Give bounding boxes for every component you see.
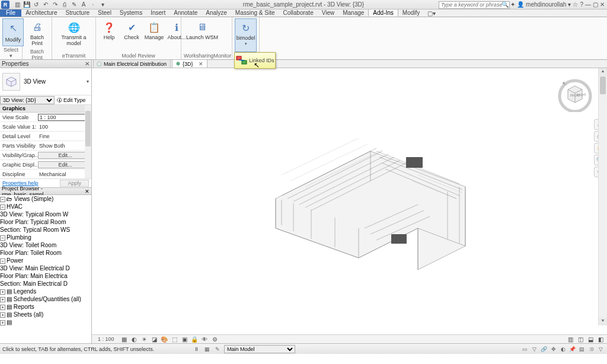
tree-item[interactable]: Section: Main Electrical D xyxy=(0,280,91,288)
qat-more-icon[interactable]: ▾ xyxy=(98,1,107,9)
properties-scroll-thumb[interactable] xyxy=(85,111,91,146)
status-editable-icon[interactable]: ✎ xyxy=(213,345,222,353)
tree-sheets[interactable]: +▤ Sheets (all) xyxy=(0,311,91,318)
status-face-icon[interactable]: ◐ xyxy=(559,345,567,353)
row-view-scale[interactable]: View Scale1 : 100 xyxy=(0,113,91,122)
qat-measure-icon[interactable]: ✎ xyxy=(70,1,78,9)
help-button[interactable]: ❓Help xyxy=(98,18,120,52)
qat-print-icon[interactable]: ⎙ xyxy=(60,1,69,9)
tab-manage[interactable]: Manage xyxy=(338,9,368,17)
user-label[interactable]: mehdinourollah xyxy=(526,1,566,8)
scroll-up-icon[interactable]: ▴ xyxy=(599,68,607,76)
tree-plumbing[interactable]: −Plumbing xyxy=(0,234,91,241)
row-graphic-display[interactable]: Graphic Displ...Edit... xyxy=(0,160,91,170)
file-tab[interactable]: File xyxy=(0,9,21,17)
comm-icon[interactable]: ✦ xyxy=(510,1,515,8)
status-filter-icon[interactable]: ▽ xyxy=(531,345,538,353)
edit-type-button[interactable]: 🛈Edit Type xyxy=(57,97,85,103)
tree-more[interactable]: +▤ xyxy=(0,318,91,326)
vc-sun-icon[interactable]: ☀ xyxy=(140,336,148,343)
vc-opt2-icon[interactable]: ◫ xyxy=(577,336,584,343)
properties-scrollbar[interactable] xyxy=(85,105,91,178)
expand-icon[interactable]: + xyxy=(0,320,5,325)
expand-icon[interactable]: + xyxy=(0,305,5,310)
collapse-icon[interactable]: − xyxy=(0,258,5,264)
row-discipline[interactable]: DisciplineMechanical xyxy=(0,170,91,178)
help-icon[interactable]: ? xyxy=(580,1,583,8)
view-cube[interactable]: FRONT RIGHT xyxy=(557,76,593,112)
tab-collaborate[interactable]: Collaborate xyxy=(279,9,318,17)
status-link-icon[interactable]: 🔗 xyxy=(540,345,548,353)
qat-save-icon[interactable]: 💾 xyxy=(23,1,31,9)
tree-item[interactable]: 3D View: Main Electrical D xyxy=(0,264,91,272)
status-temp-icon[interactable]: ▤ xyxy=(578,345,586,353)
project-browser-close-icon[interactable]: ✕ xyxy=(85,189,90,194)
vc-crop-show-icon[interactable]: ▣ xyxy=(181,336,189,343)
type-selector[interactable]: 3D View ▾ xyxy=(0,68,91,95)
row-detail-level[interactable]: Detail LevelFine xyxy=(0,132,91,141)
minimize-icon[interactable]: — xyxy=(585,1,591,8)
tab-annotate[interactable]: Annotate xyxy=(170,9,202,17)
tab-analyze[interactable]: Analyze xyxy=(202,9,231,17)
qat-open-icon[interactable]: ▥ xyxy=(13,1,21,9)
vc-shadow-icon[interactable]: ◪ xyxy=(151,336,158,343)
tab-systems[interactable]: Systems xyxy=(116,9,146,17)
close-icon[interactable]: ✕ xyxy=(600,1,605,8)
modify-button[interactable]: ↖ Modify xyxy=(2,18,24,46)
bimodel-button[interactable]: ↻bimodel▾ xyxy=(235,18,257,52)
tree-schedules[interactable]: +▤ Schedules/Quantities (all) xyxy=(0,295,91,303)
view-scrollbar-vertical[interactable]: ▴ ▾ xyxy=(598,68,607,325)
tree-reports[interactable]: +▤ Reports xyxy=(0,303,91,311)
search-box[interactable] xyxy=(439,1,510,9)
qat-dim-icon[interactable]: A xyxy=(79,1,88,9)
properties-close-icon[interactable]: ✕ xyxy=(85,60,90,67)
favorites-icon[interactable]: ☆ xyxy=(573,1,578,8)
status-progress-icon[interactable]: ⏸ xyxy=(192,345,200,353)
user-dropdown-icon[interactable]: ▾ xyxy=(568,1,571,8)
tab-massing[interactable]: Massing & Site xyxy=(231,9,279,17)
row-visibility-graphics[interactable]: Visibility/Grap...Edit... xyxy=(0,151,91,160)
vc-opt3-icon[interactable]: ⬓ xyxy=(587,336,595,343)
collapse-icon[interactable]: − xyxy=(0,205,5,210)
instance-select[interactable]: 3D View: {3D} xyxy=(0,96,55,104)
status-select-icon[interactable]: ▭ xyxy=(521,345,529,353)
tab-structure[interactable]: Structure xyxy=(61,9,94,17)
batch-print-button[interactable]: 🖨 Batch Print xyxy=(25,18,49,48)
tree-item[interactable]: Floor Plan: Typical Room xyxy=(0,218,91,226)
tree-hvac[interactable]: −HVAC xyxy=(0,203,91,210)
signin-icon[interactable]: 👤 xyxy=(517,1,524,8)
model-select[interactable]: Main Model xyxy=(224,345,295,353)
restore-icon[interactable]: ▢ xyxy=(593,1,598,8)
tree-item[interactable]: Section: Typical Room WS xyxy=(0,226,91,234)
tree-item[interactable]: Floor Plan: Main Electrica xyxy=(0,272,91,280)
project-browser-tree[interactable]: −🗁 Views (Simple) −HVAC 3D View: Typical… xyxy=(0,195,91,343)
view-tab-3d[interactable]: ⬢ {3D} ✕ xyxy=(172,59,207,68)
tab-insert[interactable]: Insert xyxy=(146,9,170,17)
tree-item[interactable]: Floor Plan: Toilet Room xyxy=(0,249,91,257)
tree-power[interactable]: −Power xyxy=(0,257,91,264)
properties-header[interactable]: Properties ✕ xyxy=(0,60,91,68)
tab-options-icon[interactable]: ▢▾ xyxy=(424,10,439,17)
expand-icon[interactable]: + xyxy=(0,289,5,295)
vc-lock-icon[interactable]: 🔒 xyxy=(191,336,199,343)
tree-item[interactable]: 3D View: Typical Room W xyxy=(0,210,91,218)
collapse-icon[interactable]: − xyxy=(0,235,5,241)
app-logo[interactable]: R xyxy=(1,1,9,9)
vc-style-icon[interactable]: ◐ xyxy=(130,336,138,343)
qat-sync-icon[interactable]: ↺ xyxy=(32,1,40,9)
vc-temp-icon[interactable]: 👁 xyxy=(201,336,209,343)
drawing-canvas[interactable]: FRONT RIGHT ⤢ ◎ ✋ 🔍 ⟲ ▴ ▾ xyxy=(92,68,607,334)
vc-opt4-icon[interactable]: ◧ xyxy=(597,336,605,343)
view-tab-close-icon[interactable]: ✕ xyxy=(199,61,203,67)
status-pin-icon[interactable]: 📌 xyxy=(568,345,576,353)
group-select-label[interactable]: Select ▾ xyxy=(2,46,20,59)
status-worksets-icon[interactable]: ▦ xyxy=(203,345,211,353)
tab-modify[interactable]: Modify xyxy=(398,9,424,17)
vc-crop-icon[interactable]: ⬚ xyxy=(171,336,178,343)
project-browser-header[interactable]: Project Browser - rme_basic_sampl... ✕ xyxy=(0,187,91,195)
tab-view[interactable]: View xyxy=(318,9,339,17)
tree-legends[interactable]: +▤ Legends xyxy=(0,288,91,295)
vc-reveal-icon[interactable]: ⚙ xyxy=(211,336,219,343)
vc-detail-icon[interactable]: ▦ xyxy=(120,336,128,343)
status-filter2-icon[interactable]: ▽ xyxy=(597,345,605,353)
